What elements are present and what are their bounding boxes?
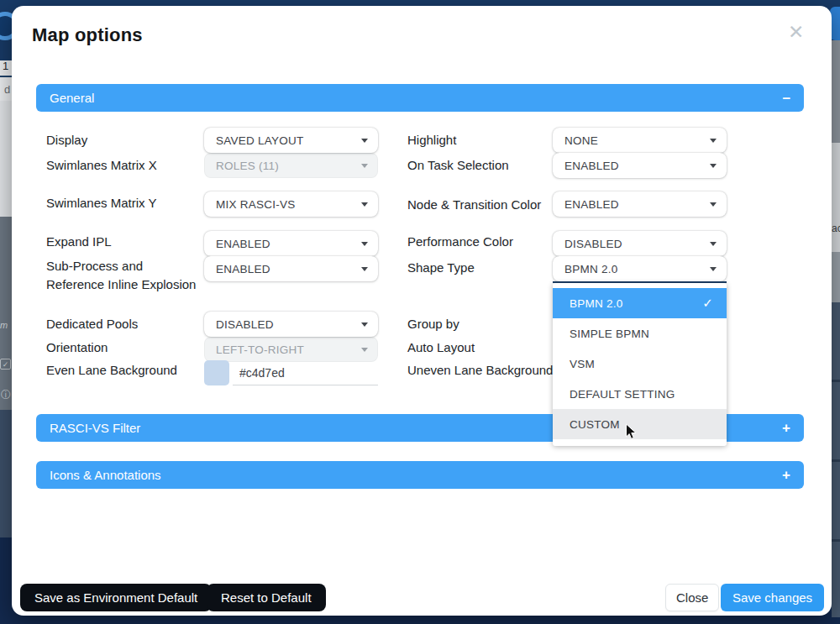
field-label-dedicated-pools: Dedicated Pools <box>46 315 202 333</box>
backdrop-text-fragment: ac <box>832 223 840 234</box>
collapse-icon: – <box>783 91 790 105</box>
close-button[interactable]: Close <box>665 584 719 611</box>
even-lane-color-swatch[interactable] <box>204 360 229 385</box>
backdrop-right-strip-1 <box>832 40 840 143</box>
menu-item-label: VSM <box>570 358 595 370</box>
swimlanes-y-select[interactable]: MIX RASCI-VS <box>204 191 378 217</box>
select-value: ROLES (11) <box>216 160 279 172</box>
section-header-general[interactable]: General – <box>36 84 804 112</box>
field-label-shape-type: Shape Type <box>407 259 559 277</box>
field-label-swimlanes-y: Swimlanes Matrix Y <box>46 194 202 212</box>
info-icon: ⓘ <box>1 388 11 402</box>
dialog-title: Map options <box>32 24 143 46</box>
menu-item-default-setting[interactable]: DEFAULT SETTING <box>553 379 727 409</box>
backdrop-text-fragment: 1 <box>3 60 8 72</box>
menu-item-simple-bpmn[interactable]: SIMPLE BPMN <box>553 318 727 349</box>
mouse-cursor <box>625 423 638 441</box>
select-value: MIX RASCI-VS <box>216 198 296 211</box>
on-task-selection-select[interactable]: ENABLED <box>553 153 727 178</box>
field-label-highlight: Highlight <box>407 131 559 149</box>
backdrop-right-strip-3 <box>832 252 840 302</box>
save-changes-button[interactable]: Save changes <box>721 584 824 611</box>
shape-type-dropdown-menu: BPMN 2.0 ✓ SIMPLE BPMN VSM DEFAULT SETTI… <box>553 283 727 446</box>
backdrop-tab-underline <box>0 76 12 77</box>
field-label-display: Display <box>46 131 202 149</box>
select-value: LEFT-TO-RIGHT <box>216 343 304 356</box>
save-environment-default-button[interactable]: Save as Environment Default <box>20 584 212 611</box>
section-label: RASCI-VS Filter <box>50 421 140 435</box>
select-value: ENABLED <box>564 160 619 172</box>
check-icon: ✓ <box>702 296 713 311</box>
screen: 1 d m ✓ ⓘ ac Map options ✕ General – Dis… <box>0 0 840 624</box>
backdrop-text-fragment: d <box>4 83 10 96</box>
shape-type-select[interactable]: BPMN 2.0 <box>553 256 727 281</box>
caret-down-icon <box>710 267 717 271</box>
checkbox-icon: ✓ <box>0 359 11 370</box>
node-transition-color-select[interactable]: ENABLED <box>553 191 727 217</box>
caret-down-icon <box>710 139 717 143</box>
menu-item-vsm[interactable]: VSM <box>553 349 727 379</box>
select-value: ENABLED <box>564 198 619 211</box>
select-value: SAVED LAYOUT <box>216 134 304 147</box>
select-value: ENABLED <box>216 238 270 250</box>
caret-down-icon <box>710 202 717 207</box>
caret-down-icon <box>361 164 368 168</box>
dedicated-pools-select[interactable]: DISABLED <box>204 312 378 337</box>
field-label-uneven-lane: Uneven Lane Background <box>407 361 559 380</box>
select-value: ENABLED <box>216 263 270 275</box>
backdrop-table-rows <box>832 302 840 617</box>
field-label-swimlanes-x: Swimlanes Matrix X <box>46 156 202 175</box>
expand-icon: + <box>782 468 790 482</box>
display-select[interactable]: SAVED LAYOUT <box>204 128 378 153</box>
section-header-icons-annotations[interactable]: Icons & Annotations + <box>36 461 804 489</box>
menu-item-label: BPMN 2.0 <box>570 297 623 310</box>
subprocess-select[interactable]: ENABLED <box>204 256 378 281</box>
field-label-node-transition-color: Node & Transition Color <box>407 196 559 214</box>
menu-item-label: CUSTOM <box>570 418 620 431</box>
close-icon[interactable]: ✕ <box>788 23 804 42</box>
caret-down-icon <box>361 348 368 352</box>
highlight-select[interactable]: NONE <box>553 128 727 153</box>
select-value: DISABLED <box>216 318 274 331</box>
menu-item-label: DEFAULT SETTING <box>570 388 675 401</box>
section-label: General <box>50 91 94 105</box>
field-label-orientation: Orientation <box>46 338 202 357</box>
caret-down-icon <box>361 139 368 143</box>
backdrop-right-strip-2 <box>832 143 840 252</box>
section-label: Icons & Annotations <box>50 468 161 482</box>
backdrop-text-fragment: m <box>0 320 8 330</box>
select-value: NONE <box>564 134 598 147</box>
reset-to-default-button[interactable]: Reset to Default <box>207 584 326 611</box>
caret-down-icon <box>361 267 368 271</box>
caret-down-icon <box>710 242 717 246</box>
field-label-on-task-selection: On Task Selection <box>407 156 559 175</box>
caret-down-icon <box>361 242 368 246</box>
caret-down-icon <box>710 164 717 168</box>
performance-color-select[interactable]: DISABLED <box>553 231 727 256</box>
select-value: BPMN 2.0 <box>564 263 618 275</box>
caret-down-icon <box>361 202 368 207</box>
field-label-auto-layout: Auto Layout <box>407 338 559 357</box>
menu-item-custom[interactable]: CUSTOM <box>553 409 727 439</box>
orientation-select[interactable]: LEFT-TO-RIGHT <box>204 337 378 362</box>
menu-item-label: SIMPLE BPMN <box>570 328 649 340</box>
field-label-even-lane: Even Lane Background <box>46 361 202 380</box>
expand-ipl-select[interactable]: ENABLED <box>204 231 378 256</box>
even-lane-hex-input[interactable] <box>233 360 378 385</box>
field-label-group-by: Group by <box>407 315 559 333</box>
caret-down-icon <box>361 322 368 327</box>
expand-icon: + <box>782 421 790 435</box>
field-label-performance-color: Performance Color <box>407 233 559 251</box>
select-value: DISABLED <box>564 238 622 250</box>
field-label-expand-ipl: Expand IPL <box>46 233 202 251</box>
swimlanes-x-select[interactable]: ROLES (11) <box>204 153 378 178</box>
field-label-subprocess: Sub-Process and Reference Inline Explosi… <box>46 257 202 294</box>
menu-item-bpmn-20[interactable]: BPMN 2.0 ✓ <box>553 288 727 318</box>
